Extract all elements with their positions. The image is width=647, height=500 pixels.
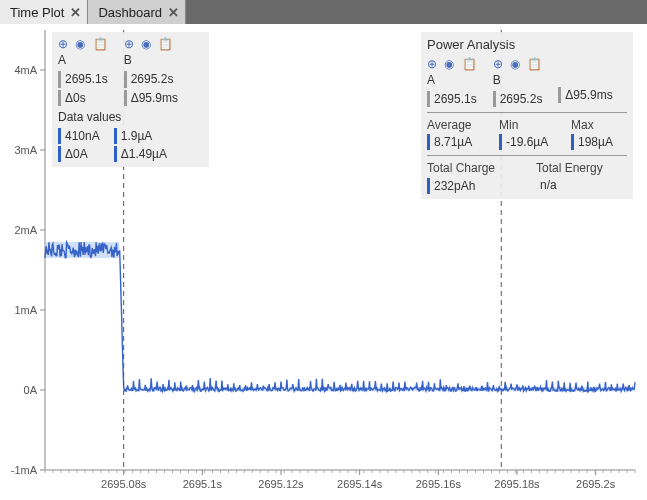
power-b-name: B: [493, 72, 545, 88]
cursor-b-name: B: [124, 52, 178, 68]
energy-label: Total Energy: [536, 160, 603, 176]
cursor-info-box: ⊕ ◉ 📋 A 2695.1s Δ0s ⊕ ◉ 📋 B 2695.2s Δ95.…: [52, 32, 209, 167]
power-a-time: 2695.1s: [427, 91, 479, 107]
cursor-a-name: A: [58, 52, 110, 68]
time-plot[interactable]: -1mA0A1mA2mA3mA4mA2695.08s2695.1s2695.12…: [0, 24, 647, 500]
power-analysis-box: Power Analysis ⊕ ◉ 📋 A 2695.1s ⊕ ◉ 📋 B 2…: [421, 32, 633, 199]
svg-text:2695.18s: 2695.18s: [494, 478, 540, 490]
charge-value: 232pAh: [427, 178, 522, 194]
tab-label: Dashboard: [98, 5, 162, 20]
cursor-a-tools[interactable]: ⊕ ◉ 📋: [58, 36, 110, 52]
tab-label: Time Plot: [10, 5, 64, 20]
min-value: -19.6µA: [499, 134, 557, 150]
data-values-label: Data values: [58, 109, 203, 125]
svg-text:2mA: 2mA: [14, 224, 37, 236]
cursor-a-time: 2695.1s: [58, 71, 110, 87]
power-title: Power Analysis: [427, 36, 627, 54]
svg-text:2695.12s: 2695.12s: [258, 478, 304, 490]
cursor-b-dvalue: Δ1.49µA: [114, 146, 167, 162]
min-label: Min: [499, 117, 557, 133]
cursor-b-tools[interactable]: ⊕ ◉ 📋: [124, 36, 178, 52]
cursor-a-delta: Δ0s: [58, 90, 110, 106]
cursor-b-time: 2695.2s: [124, 71, 178, 87]
svg-text:4mA: 4mA: [14, 64, 37, 76]
svg-text:-1mA: -1mA: [11, 464, 38, 476]
avg-label: Average: [427, 117, 485, 133]
close-icon[interactable]: ✕: [70, 5, 81, 20]
svg-text:2695.1s: 2695.1s: [183, 478, 223, 490]
svg-text:2695.14s: 2695.14s: [337, 478, 383, 490]
charge-label: Total Charge: [427, 160, 522, 176]
svg-text:2695.08s: 2695.08s: [101, 478, 147, 490]
tab-dashboard[interactable]: Dashboard ✕: [88, 0, 186, 24]
svg-text:2695.2s: 2695.2s: [576, 478, 616, 490]
power-a-name: A: [427, 72, 479, 88]
svg-text:0A: 0A: [24, 384, 38, 396]
svg-text:3mA: 3mA: [14, 144, 37, 156]
svg-text:2695.16s: 2695.16s: [416, 478, 462, 490]
max-label: Max: [571, 117, 613, 133]
tab-time-plot[interactable]: Time Plot ✕: [0, 0, 88, 24]
cursor-a-value: 410nA: [58, 128, 100, 144]
avg-value: 8.71µA: [427, 134, 485, 150]
power-b-tools[interactable]: ⊕ ◉ 📋: [493, 56, 545, 72]
cursor-b-delta: Δ95.9ms: [124, 90, 178, 106]
cursor-a-dvalue: Δ0A: [58, 146, 100, 162]
max-value: 198µA: [571, 134, 613, 150]
close-icon[interactable]: ✕: [168, 5, 179, 20]
power-delta: Δ95.9ms: [558, 87, 612, 103]
power-b-time: 2695.2s: [493, 91, 545, 107]
svg-text:1mA: 1mA: [14, 304, 37, 316]
tab-bar: Time Plot ✕ Dashboard ✕: [0, 0, 647, 24]
energy-value: n/a: [536, 177, 603, 193]
cursor-b-value: 1.9µA: [114, 128, 167, 144]
power-a-tools[interactable]: ⊕ ◉ 📋: [427, 56, 479, 72]
